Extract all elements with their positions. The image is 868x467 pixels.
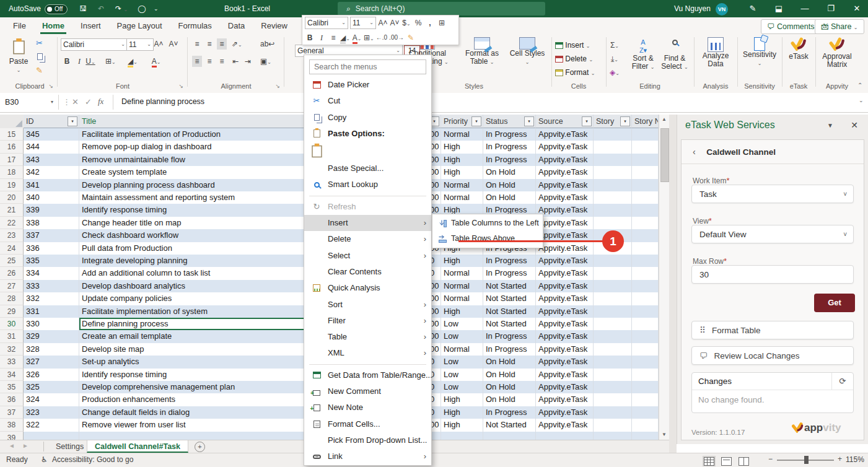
row-header[interactable]: 16 xyxy=(0,141,24,153)
menu-item-refresh[interactable]: ↻Refresh xyxy=(304,199,431,215)
cell-source[interactable]: Appvity.eTask xyxy=(536,369,594,381)
column-header-priority[interactable]: Priority▾ xyxy=(441,115,483,128)
sheet-nav-right-icon[interactable]: ► xyxy=(22,442,28,449)
row-header[interactable]: 17 xyxy=(0,154,24,166)
row-header[interactable]: 20 xyxy=(0,191,24,204)
cell-source[interactable]: Appvity.eTask xyxy=(536,318,594,330)
row-header[interactable]: 19 xyxy=(0,179,24,191)
fill-color-icon[interactable]: ◢⌄ xyxy=(128,56,138,67)
accessibility-icon[interactable]: ♿ xyxy=(41,455,48,464)
menu-item-get-data-from-table-range[interactable]: Get Data from Table/Range... xyxy=(304,367,431,383)
fx-icon[interactable]: fx xyxy=(98,97,103,107)
align-center-icon[interactable]: ≡ xyxy=(204,56,214,67)
decrease-indent-icon[interactable]: ⇤ xyxy=(230,56,240,67)
cell-story[interactable] xyxy=(594,343,632,356)
name-box[interactable]: B30▾ xyxy=(0,95,59,110)
insert-cells-button[interactable]: Insert ⌄ xyxy=(555,41,590,50)
cell-story[interactable] xyxy=(594,318,632,330)
mini-format-painter-icon[interactable]: ✎ xyxy=(406,32,416,43)
mini-align-icon[interactable]: ≡ xyxy=(328,32,338,43)
cell-styles-button[interactable]: Cell Styles ⌄ xyxy=(509,37,546,66)
row-header[interactable]: 33 xyxy=(0,356,24,368)
menu-item-paste-special[interactable]: Paste Special... xyxy=(304,160,431,177)
italic-icon[interactable]: I xyxy=(74,56,84,67)
cell-priority[interactable]: Normal xyxy=(441,343,483,356)
column-header-source[interactable]: Source▾ xyxy=(536,115,594,128)
column-header-status[interactable]: Status▾ xyxy=(483,115,536,128)
cell-priority[interactable]: Low xyxy=(441,369,483,381)
cell-story[interactable] xyxy=(594,406,632,419)
cell-story[interactable] xyxy=(594,267,632,279)
vertical-scrollbar[interactable]: ▲ ▼ xyxy=(659,115,669,440)
menu-item-insert[interactable]: Insert› xyxy=(304,215,431,231)
cell-source[interactable]: Appvity.eTask xyxy=(536,356,594,368)
mini-decrease-decimal-icon[interactable]: .00→ xyxy=(389,32,404,43)
font-color-icon[interactable]: A⌄ xyxy=(151,56,161,67)
cell-storyn[interactable] xyxy=(632,330,659,343)
cell-source[interactable]: Appvity.eTask xyxy=(536,280,594,292)
cell-status[interactable]: In Progress xyxy=(483,128,536,141)
close-button[interactable]: ✕ xyxy=(848,0,866,17)
refresh-changes-icon[interactable]: ⟳ xyxy=(831,373,853,390)
autosave-toggle[interactable]: Off xyxy=(45,0,68,17)
cell-priority[interactable]: Low xyxy=(441,330,483,343)
zoom-in-icon[interactable]: + xyxy=(838,455,842,463)
cell-storyn[interactable] xyxy=(632,166,659,178)
row-header[interactable]: 25 xyxy=(0,255,24,267)
cell-id[interactable]: 330 xyxy=(24,318,79,330)
mini-accounting-icon[interactable]: $⌄ xyxy=(401,17,411,28)
cell-id[interactable]: 335 xyxy=(24,255,79,267)
cell-story[interactable] xyxy=(594,128,632,141)
cell-priority[interactable]: High xyxy=(441,419,483,431)
merge-center-icon[interactable]: ▣⌄ xyxy=(260,56,271,67)
zoom-out-icon[interactable]: − xyxy=(768,455,773,463)
cell-id[interactable]: 325 xyxy=(24,381,79,393)
menu-item-select[interactable]: Select› xyxy=(304,248,431,264)
sort-filter-button[interactable]: AZ▾ Sort & Filter ⌄ xyxy=(628,38,658,71)
cell-priority[interactable] xyxy=(441,432,483,440)
cell-id[interactable]: 334 xyxy=(24,267,79,279)
cell-source[interactable]: Appvity.eTask xyxy=(536,141,594,153)
format-table-button[interactable]: ⠿Format Table xyxy=(691,321,854,339)
approval-matrix-button[interactable]: Approval Matrix xyxy=(818,37,856,69)
align-right-icon[interactable]: ≡ xyxy=(217,56,227,67)
cell-source[interactable]: Appvity.eTask xyxy=(536,406,594,419)
align-left-icon[interactable]: ≡ xyxy=(192,56,202,67)
new-sheet-icon[interactable]: + xyxy=(195,442,205,452)
format-painter-icon[interactable]: ✎ xyxy=(36,66,43,75)
cell-id[interactable]: 341 xyxy=(24,179,79,191)
cell-story[interactable] xyxy=(594,393,632,406)
cell-id[interactable]: 323 xyxy=(24,406,79,419)
find-select-button[interactable]: Find & Select ⌄ xyxy=(660,38,689,71)
draw-pen-icon[interactable]: ✎ xyxy=(743,0,762,17)
cell-story[interactable] xyxy=(594,204,632,216)
row-header[interactable]: 32 xyxy=(0,343,24,356)
cell-source[interactable]: Appvity.eTask xyxy=(536,179,594,191)
max-row-input[interactable]: 30 xyxy=(691,265,854,284)
cell-source[interactable]: Appvity.eTask xyxy=(536,217,594,229)
cell-status[interactable]: In Progress xyxy=(483,141,536,153)
cell-source[interactable]: Appvity.eTask xyxy=(536,154,594,166)
view-page-layout-icon[interactable] xyxy=(721,456,732,466)
cell-story[interactable] xyxy=(594,255,632,267)
cell-story[interactable] xyxy=(594,432,632,440)
menu-item-link[interactable]: Link› xyxy=(304,448,431,465)
column-header-story[interactable]: Story▾ xyxy=(594,115,632,128)
ribbon-tab-page-layout[interactable]: Page Layout xyxy=(109,17,170,34)
cell-priority[interactable]: Normal xyxy=(441,191,483,204)
cell-id[interactable]: 336 xyxy=(24,242,79,255)
ribbon-tab-formulas[interactable]: Formulas xyxy=(170,17,220,34)
avatar[interactable]: VN xyxy=(716,0,728,17)
row-header[interactable]: 35 xyxy=(0,381,24,393)
view-select[interactable]: Default View˅ xyxy=(691,225,854,243)
cell-storyn[interactable] xyxy=(632,318,659,330)
enter-icon[interactable]: ✓ xyxy=(85,97,92,107)
copy-icon[interactable] xyxy=(37,53,43,60)
customize-qat-icon[interactable]: ◯ xyxy=(138,0,146,17)
cell-storyn[interactable] xyxy=(632,242,659,255)
back-icon[interactable]: ‹ xyxy=(693,147,696,157)
view-page-break-icon[interactable] xyxy=(739,456,749,466)
view-normal-icon[interactable] xyxy=(703,456,716,466)
formula-bar-expand-icon[interactable]: ⌄ xyxy=(859,97,864,103)
menu-item-table[interactable]: Table› xyxy=(304,329,431,345)
